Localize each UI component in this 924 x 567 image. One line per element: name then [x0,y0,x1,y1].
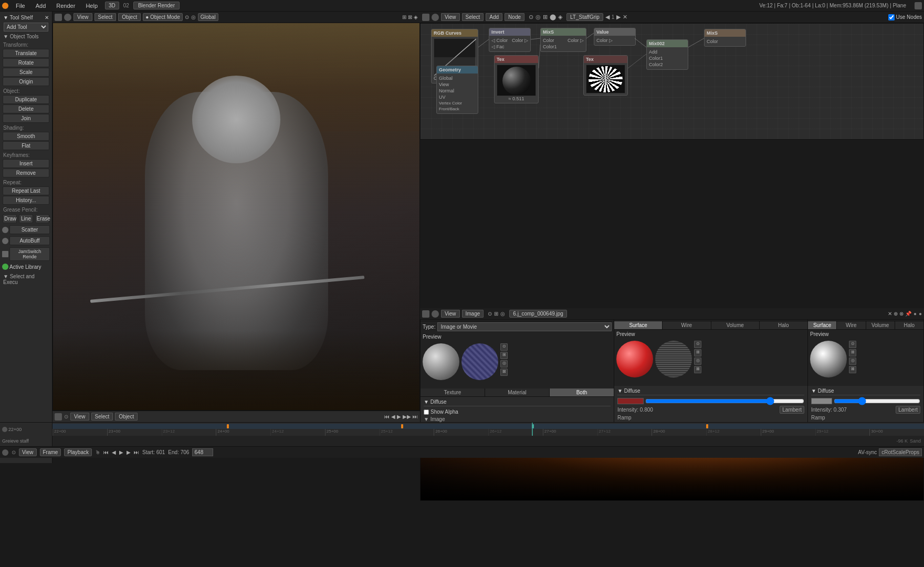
img-icon-a[interactable]: ⊙ [488,311,492,317]
viewport-object-menu[interactable]: Object [118,13,141,21]
mat2-icon-3[interactable]: ◎ [694,358,701,365]
node-mix002[interactable]: Mix002 Add Color1 Color2 [646,39,688,70]
status-frame-input[interactable] [192,448,213,456]
rotate-btn[interactable]: Rotate [3,58,49,67]
mat1-tab-texture[interactable]: Texture [421,388,485,396]
mat1-icon-2[interactable]: ⊞ [500,352,508,359]
status-play-end[interactable]: ⏭ [134,449,139,455]
prev-frame-icon[interactable]: ◀ [391,414,395,419]
img-pin-icon[interactable]: 📌 [905,311,911,317]
img-zoom-icon[interactable]: ⊕ [894,311,898,317]
node-icon-a[interactable]: ⊙ [529,14,533,20]
node-select-menu[interactable]: Select [462,13,484,21]
img-close-icon[interactable]: ✕ [888,311,892,317]
mat1-show-alpha-check[interactable] [424,410,429,415]
mat2-lambert-select[interactable]: Lambert [780,406,804,414]
origin-btn[interactable]: Origin [3,77,49,86]
flat-btn[interactable]: Flat [3,141,49,150]
object-mode-dropdown[interactable]: ● Object Mode [143,13,183,21]
mat3-tab-surface[interactable]: Surface [808,321,837,329]
status-frame-menu[interactable]: Frame [40,448,61,456]
tool-shelf-toggle[interactable]: ✕ [45,15,49,20]
mat3-tab-halo[interactable]: Halo [895,321,923,329]
vp-bottom-view[interactable]: View [70,413,89,421]
viewport-3d-icon[interactable] [55,14,62,21]
node-editor-bg[interactable]: RGB Curves Color▷ Invert ◁ ColorColor ▷ … [421,24,923,139]
scatter-btn[interactable]: Scatter [9,225,50,234]
mat3-tab-volume[interactable]: Volume [866,321,895,329]
viewport-view-menu[interactable]: View [74,13,92,21]
status-prop-btn[interactable]: cRotScaleProps [879,448,922,456]
viewport-select-menu[interactable]: Select [94,13,117,21]
status-play[interactable]: ▶ [119,449,123,455]
node-texture[interactable]: Tex ≈ 0.511 [494,55,539,103]
mat3-tab-wire[interactable]: Wire [837,321,866,329]
mat2-color-swatch[interactable] [617,398,644,404]
history-btn[interactable]: History... [3,196,49,205]
node-geometry[interactable]: Geometry Global View Normal UV Vertex Co… [436,66,478,114]
image-image-menu[interactable]: Image [462,310,484,318]
node-add-menu[interactable]: Add [486,13,502,21]
mat3-icon-1[interactable]: ⊙ [849,341,856,348]
erase-btn[interactable]: Erase [35,214,49,223]
keyframe-current[interactable] [532,424,534,428]
mat3-icon-4[interactable]: ⊠ [849,366,856,373]
node-invert[interactable]: Invert ◁ ColorColor ▷ ◁ Fac [489,28,531,52]
node-extra1[interactable]: MixS Color [704,29,746,47]
node-next-icon[interactable]: ▶ [616,14,621,20]
node-close-icon[interactable]: ✕ [623,14,627,20]
engine-selector[interactable]: Blender Render [133,2,180,9]
mat1-tab-material[interactable]: Material [485,388,550,396]
viewport-icon-c[interactable]: ◈ [414,14,418,20]
viewport-ctrl-icon1[interactable]: ⊙ [185,14,189,20]
node-icon-e[interactable]: ◈ [558,14,562,20]
image-view-menu[interactable]: View [441,310,460,318]
node-value1[interactable]: Value Color ▷ [594,28,636,46]
mat1-icon-4[interactable]: ⊠ [500,369,508,376]
settings-icon[interactable] [915,2,922,9]
mat2-tab-wire[interactable]: Wire [663,321,711,329]
use-nodes-checkbox[interactable] [888,14,895,20]
img-icon-b[interactable]: ⊞ [494,311,498,317]
mat3-icon-3[interactable]: ◎ [849,358,856,365]
keyframe-3[interactable] [706,424,708,428]
draw-btn[interactable]: Draw [3,214,17,223]
mat1-type-select[interactable]: Image or Movie [437,322,612,331]
viewport-canvas[interactable]: ● ● [53,12,419,410]
vp-bottom-icon2[interactable]: ⊙ [64,414,68,419]
delete-btn[interactable]: Delete [3,104,49,113]
mat3-intensity-slider[interactable] [834,398,920,404]
img-icon-c[interactable]: ◎ [500,311,505,317]
play-pause-icon[interactable]: ▶ [397,414,401,419]
node-view-menu[interactable]: View [441,13,460,21]
next-frame-icon[interactable]: ▶▶ [403,414,411,419]
mat2-icon-1[interactable]: ⊙ [694,341,701,348]
mat2-icon-4[interactable]: ⊠ [694,366,701,373]
play-icon[interactable]: ⏮ [384,414,390,419]
mat2-tab-halo[interactable]: Halo [760,321,807,329]
mat2-intensity-slider[interactable] [645,398,804,404]
mat3-icon-2[interactable]: ⊞ [849,349,856,356]
smooth-btn[interactable]: Smooth [3,132,49,141]
timeline-ruler[interactable]: 22+00 23+00 23+12 24+00 24+12 25+00 25+1… [52,423,924,436]
viewport-3d[interactable]: ● ● [52,12,420,411]
menu-file[interactable]: File [13,3,28,9]
mat1-icon-1[interactable]: ⊙ [500,343,508,351]
duplicate-btn[interactable]: Duplicate [3,95,49,104]
mat3-lambert-select[interactable]: Lambert [896,406,920,414]
end-icon[interactable]: ⏭ [413,414,418,419]
status-prev[interactable]: ◀ [112,449,116,455]
node-icon-b[interactable]: ◎ [536,14,541,20]
status-next[interactable]: ▶ [127,449,131,455]
img-settings-icon[interactable]: ⊗ [899,311,904,317]
node-prev-icon[interactable]: ◀ [605,14,610,20]
node-icon-c[interactable]: ⊞ [543,14,548,20]
mat1-icon-3[interactable]: ◎ [500,360,508,368]
viewport-icon-b[interactable]: ⊠ [408,14,412,20]
node-mix1[interactable]: MixS ColorColor ▷ Color1 [540,28,586,52]
line-btn[interactable]: Line [19,214,33,223]
viewport-render-icon[interactable] [64,14,71,21]
node-star-texture[interactable]: Tex [583,55,628,96]
node-node-menu[interactable]: Node [505,13,524,21]
mat2-tab-volume[interactable]: Volume [711,321,760,329]
